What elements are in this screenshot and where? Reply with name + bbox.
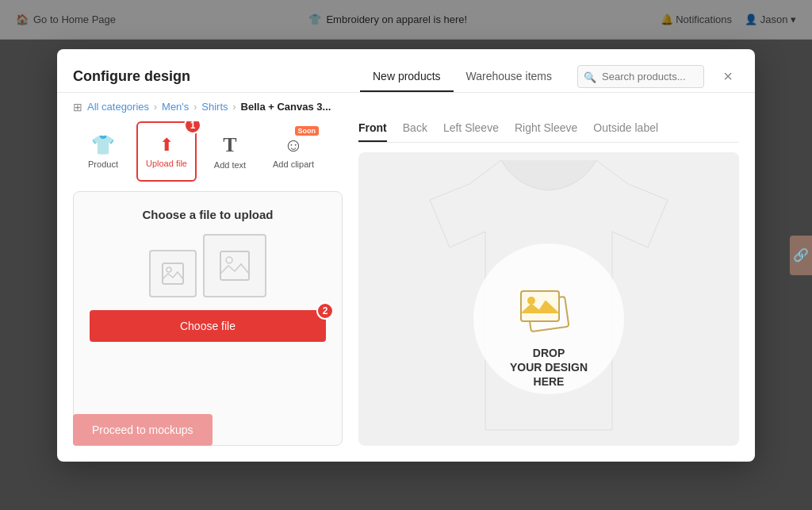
tool-product-label: Product	[88, 159, 118, 169]
tool-upload-label: Upload file	[146, 159, 187, 168]
breadcrumb-sep-3: ›	[233, 102, 236, 113]
svg-rect-6	[521, 291, 559, 321]
svg-point-3	[226, 257, 232, 263]
modal-header: Configure design New products Warehouse …	[57, 49, 755, 93]
tool-upload-file[interactable]: 1 ⬆ Upload file	[136, 121, 197, 182]
grid-icon: ⊞	[73, 101, 82, 113]
search-icon: 🔍	[584, 71, 596, 82]
choose-file-button[interactable]: 2 Choose file	[90, 310, 326, 342]
placeholder-image-large	[203, 234, 266, 297]
tshirt-svg: DROP YOUR DESIGN HERE	[422, 152, 676, 446]
breadcrumb: ⊞ All categories › Men's › Shirts › Bell…	[57, 93, 755, 121]
modal-overlay: Configure design New products Warehouse …	[0, 0, 812, 510]
left-panel: 👕 Product 1 ⬆ Upload file T Add text Soo…	[73, 121, 343, 446]
modal-title: Configure design	[73, 68, 190, 85]
view-tab-front[interactable]: Front	[358, 121, 387, 142]
modal-body: 👕 Product 1 ⬆ Upload file T Add text Soo…	[57, 121, 755, 462]
tool-product[interactable]: 👕 Product	[73, 121, 133, 182]
placeholder-image-small	[149, 250, 197, 297]
step-badge-2: 2	[316, 302, 334, 320]
step-badge-1: 1	[184, 121, 201, 134]
breadcrumb-shirts[interactable]: Shirts	[201, 101, 228, 113]
breadcrumb-all-categories[interactable]: All categories	[87, 101, 149, 113]
search-container: 🔍	[577, 65, 704, 88]
view-tab-outside-label[interactable]: Outside label	[593, 121, 658, 142]
svg-text:HERE: HERE	[534, 375, 565, 388]
svg-text:YOUR DESIGN: YOUR DESIGN	[510, 361, 588, 374]
svg-point-1	[167, 267, 171, 272]
soon-badge: Soon	[295, 126, 320, 136]
tab-warehouse-items[interactable]: Warehouse items	[454, 62, 565, 92]
sidebar-handle-icon: 🔗	[793, 247, 809, 263]
text-icon: T	[223, 133, 236, 157]
view-tab-back[interactable]: Back	[403, 121, 427, 142]
breadcrumb-product[interactable]: Bella + Canvas 3...	[241, 101, 331, 113]
svg-rect-2	[220, 251, 249, 280]
tool-tabs: 👕 Product 1 ⬆ Upload file T Add text Soo…	[73, 121, 343, 182]
breadcrumb-sep-2: ›	[193, 102, 197, 113]
upload-title: Choose a file to upload	[142, 208, 273, 221]
svg-text:DROP: DROP	[533, 347, 565, 359]
close-button[interactable]: ×	[717, 66, 739, 88]
view-tabs: Front Back Left Sleeve Right Sleeve Outs…	[358, 121, 739, 143]
view-tab-left-sleeve[interactable]: Left Sleeve	[443, 121, 499, 142]
configure-design-modal: Configure design New products Warehouse …	[57, 49, 755, 462]
tool-clipart-label: Add clipart	[273, 159, 314, 169]
tool-text-label: Add text	[214, 160, 246, 170]
tab-new-products[interactable]: New products	[360, 62, 454, 92]
right-panel: Front Back Left Sleeve Right Sleeve Outs…	[358, 121, 739, 446]
clipart-icon: ☺	[284, 134, 304, 156]
upload-placeholder-images	[149, 234, 266, 297]
modal-header-right: New products Warehouse items 🔍 ×	[360, 62, 739, 92]
modal-tabs: New products Warehouse items	[360, 62, 565, 92]
product-icon: 👕	[91, 134, 115, 156]
tool-add-text[interactable]: T Add text	[200, 121, 260, 182]
product-preview: DROP YOUR DESIGN HERE	[358, 152, 739, 446]
upload-area: Choose a file to upload	[73, 191, 343, 446]
svg-rect-0	[163, 263, 183, 284]
search-input[interactable]	[577, 65, 704, 88]
proceed-btn-container: Proceed to mockups	[73, 414, 213, 446]
view-tab-right-sleeve[interactable]: Right Sleeve	[515, 121, 577, 142]
breadcrumb-mens[interactable]: Men's	[162, 101, 189, 113]
proceed-to-mockups-button[interactable]: Proceed to mockups	[73, 414, 213, 446]
upload-icon: ⬆	[159, 135, 174, 155]
sidebar-handle[interactable]: 🔗	[790, 236, 812, 275]
breadcrumb-sep-1: ›	[154, 102, 157, 113]
tool-add-clipart[interactable]: Soon ☺ Add clipart	[263, 121, 324, 182]
